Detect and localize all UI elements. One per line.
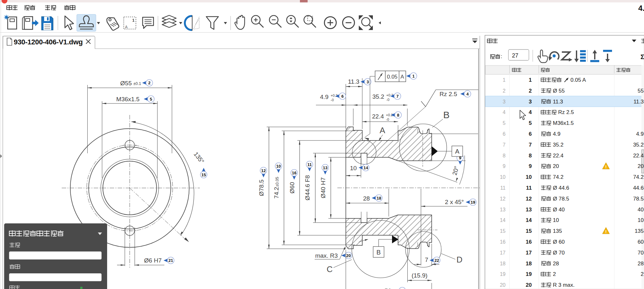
svg-text:8: 8 — [397, 113, 399, 118]
svg-text:20: 20 — [346, 253, 351, 258]
svg-text:20: 20 — [526, 282, 532, 288]
svg-text:20: 20 — [638, 163, 644, 169]
svg-text:7: 7 — [396, 94, 398, 99]
svg-text:10: 10 — [276, 164, 281, 169]
svg-text:22.4: 22.4 — [553, 153, 563, 159]
svg-text:2 x 45°: 2 x 45° — [445, 199, 464, 205]
svg-text:14: 14 — [526, 217, 532, 223]
svg-text:3: 3 — [529, 99, 532, 105]
svg-text:±0.1: ±0.1 — [133, 81, 141, 86]
svg-text:9: 9 — [503, 164, 506, 169]
svg-text:10: 10 — [500, 174, 506, 180]
svg-text:19: 19 — [526, 271, 532, 277]
svg-text:Ø40 H7: Ø40 H7 — [320, 177, 326, 198]
svg-text:5: 5 — [503, 120, 506, 126]
svg-text:74.2: 74.2 — [633, 174, 644, 180]
svg-text:Ø44.6 F8: Ø44.6 F8 — [304, 175, 311, 200]
svg-text:11: 11 — [307, 162, 312, 167]
svg-text:20: 20 — [553, 163, 559, 169]
svg-text:20: 20 — [500, 282, 506, 288]
svg-text:10: 10 — [638, 217, 644, 223]
svg-text:A: A — [380, 125, 385, 135]
svg-text:20°: 20° — [451, 165, 460, 176]
svg-text:6: 6 — [529, 131, 532, 137]
svg-text:8: 8 — [529, 153, 532, 159]
svg-text:Ø6 H7: Ø6 H7 — [144, 257, 162, 264]
svg-text:17: 17 — [500, 250, 506, 255]
svg-text:M36x1.5: M36x1.5 — [553, 120, 574, 126]
svg-text:2: 2 — [503, 88, 506, 94]
svg-text:12: 12 — [526, 196, 532, 202]
svg-text:!: ! — [605, 229, 607, 234]
svg-text:28: 28 — [638, 261, 644, 267]
svg-text:22.4: 22.4 — [633, 153, 644, 159]
svg-text:135: 135 — [553, 228, 562, 234]
svg-text:2: 2 — [148, 80, 150, 85]
svg-text:6: 6 — [341, 94, 343, 99]
svg-text:2: 2 — [529, 88, 532, 94]
svg-text:40: 40 — [638, 207, 644, 213]
svg-text:11: 11 — [500, 185, 506, 191]
svg-text:Rz 2.5: Rz 2.5 — [558, 109, 574, 115]
svg-text:74.2±0.05: 74.2±0.05 — [273, 177, 280, 199]
svg-text:4.9: 4.9 — [320, 94, 328, 100]
svg-text:2: 2 — [553, 271, 556, 277]
svg-text:5: 5 — [150, 97, 152, 102]
svg-text:Ø 40: Ø 40 — [553, 207, 565, 213]
svg-text:-0: -0 — [386, 98, 389, 102]
svg-text:28: 28 — [363, 195, 370, 202]
svg-text:10: 10 — [553, 217, 559, 223]
svg-text:-0: -0 — [331, 98, 334, 102]
svg-text:13: 13 — [526, 207, 532, 213]
svg-text:B: B — [376, 249, 381, 256]
svg-text:D: D — [457, 255, 463, 264]
svg-text:A: A — [400, 74, 404, 80]
svg-text:4: 4 — [503, 110, 506, 115]
svg-text:60: 60 — [638, 239, 644, 245]
svg-text:R 3 max.: R 3 max. — [553, 282, 575, 288]
svg-text:B: B — [443, 110, 450, 120]
svg-text:16: 16 — [526, 239, 532, 245]
svg-text:7: 7 — [503, 142, 506, 148]
svg-text:Rz 2.5: Rz 2.5 — [440, 91, 457, 97]
svg-text:3: 3 — [366, 80, 369, 84]
svg-text:C: C — [327, 264, 333, 274]
svg-text:16: 16 — [500, 239, 506, 245]
svg-text:M36x1.5: M36x1.5 — [116, 96, 140, 103]
svg-text:Ø60: Ø60 — [289, 182, 295, 194]
svg-text:1: 1 — [529, 77, 532, 83]
svg-text:4.9: 4.9 — [553, 131, 561, 137]
svg-text:7: 7 — [425, 256, 428, 263]
svg-text:Ø 44.6: Ø 44.6 — [553, 185, 569, 191]
svg-text:930-1200-406-V1.dwg: 930-1200-406-V1.dwg — [14, 38, 83, 46]
svg-text:14: 14 — [364, 165, 368, 170]
svg-text:10: 10 — [350, 165, 357, 171]
svg-text:13: 13 — [500, 207, 506, 212]
svg-text:9: 9 — [529, 163, 532, 169]
svg-text:22.4: 22.4 — [372, 113, 384, 120]
svg-text:0.05: 0.05 — [387, 74, 397, 80]
svg-text:16: 16 — [292, 171, 296, 175]
svg-text:44.6: 44.6 — [633, 185, 644, 191]
svg-text:8: 8 — [503, 153, 506, 158]
svg-text:19: 19 — [471, 200, 475, 205]
svg-text:0.05 A: 0.05 A — [570, 77, 586, 83]
svg-text:14: 14 — [500, 217, 506, 223]
svg-text:Ø 60: Ø 60 — [553, 239, 565, 245]
svg-text:18: 18 — [526, 261, 532, 267]
svg-text:27: 27 — [512, 52, 518, 59]
svg-text:Ø 70: Ø 70 — [553, 250, 565, 256]
svg-text:22: 22 — [435, 258, 439, 263]
svg-text:4.9: 4.9 — [636, 131, 644, 137]
svg-text:15: 15 — [526, 228, 532, 234]
svg-text:!: ! — [605, 164, 607, 169]
svg-text:28: 28 — [553, 261, 559, 267]
svg-text:1: 1 — [503, 77, 506, 83]
svg-text:12: 12 — [500, 196, 506, 202]
svg-text:18: 18 — [377, 196, 381, 201]
svg-text:15: 15 — [500, 228, 506, 234]
svg-text:A: A — [125, 25, 128, 29]
svg-text:13: 13 — [323, 165, 327, 170]
svg-text:4.: 4. — [638, 4, 644, 12]
svg-text:19: 19 — [500, 271, 506, 277]
